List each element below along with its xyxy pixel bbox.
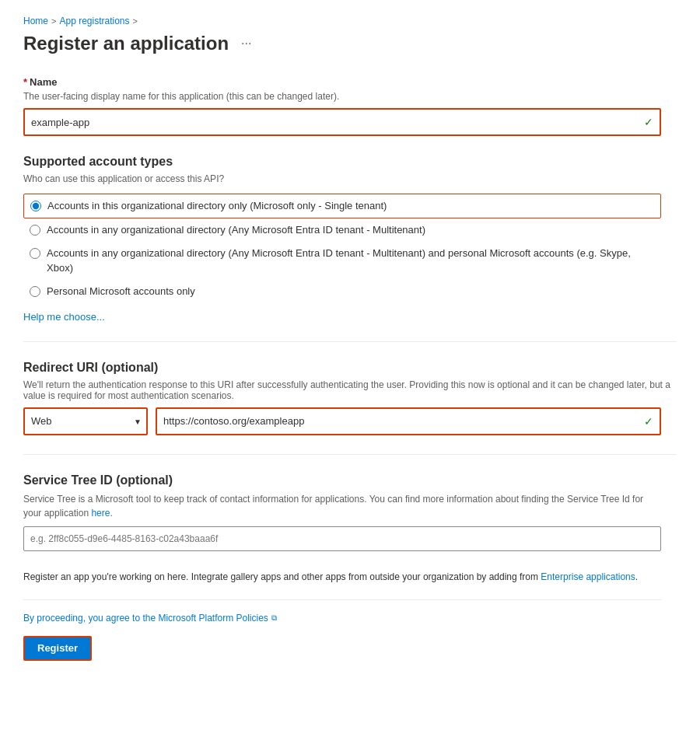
name-description: The user-facing display name for this ap… (23, 91, 677, 102)
uri-input-wrapper: ✓ (156, 407, 661, 435)
account-type-option-4[interactable]: Personal Microsoft accounts only (23, 280, 661, 303)
divider-1 (23, 341, 677, 342)
enterprise-applications-link[interactable]: Enterprise applications (541, 571, 635, 582)
redirect-uri-section: Redirect URI (optional) We'll return the… (23, 361, 677, 435)
account-type-label-1: Accounts in this organizational director… (47, 199, 387, 213)
account-type-option-3[interactable]: Accounts in any organizational directory… (23, 242, 661, 279)
redirect-uri-input[interactable] (157, 409, 644, 434)
service-tree-desc-text1: Service Tree is a Microsoft tool to keep… (23, 494, 643, 519)
policy-link[interactable]: By proceeding, you agree to the Microsof… (23, 613, 677, 624)
service-tree-title: Service Tree ID (optional) (23, 473, 677, 487)
account-type-label-3: Accounts in any organizational directory… (47, 246, 655, 274)
page-title: Register an application (23, 33, 229, 54)
platform-select-wrapper: Web SPA Public client/native ▼ (23, 407, 148, 435)
account-types-section: Supported account types Who can use this… (23, 155, 677, 323)
name-input[interactable] (25, 110, 644, 134)
bottom-note-text1: Register an app you're working on here. … (23, 571, 538, 582)
breadcrumb-app-registrations[interactable]: App registrations (59, 16, 129, 26)
account-type-option-2[interactable]: Accounts in any organizational directory… (23, 218, 661, 242)
footer-divider (23, 599, 661, 600)
bottom-note: Register an app you're working on here. … (23, 570, 661, 584)
divider-2 (23, 454, 677, 455)
service-tree-input[interactable] (23, 526, 661, 551)
account-types-subtitle: Who can use this application or access t… (23, 173, 677, 184)
account-type-option-1[interactable]: Accounts in this organizational director… (23, 194, 661, 218)
page-title-row: Register an application ··· (23, 33, 677, 54)
name-check-icon: ✓ (644, 116, 660, 128)
breadcrumb-sep1: > (51, 16, 56, 26)
account-types-radio-group: Accounts in this organizational director… (23, 194, 677, 303)
redirect-uri-row: Web SPA Public client/native ▼ ✓ (23, 407, 661, 435)
name-input-wrapper: ✓ (23, 108, 661, 136)
required-star: * (23, 76, 27, 88)
breadcrumb: Home > App registrations > (23, 16, 677, 26)
account-type-radio-2[interactable] (30, 225, 40, 236)
breadcrumb-home[interactable]: Home (23, 16, 48, 26)
account-type-label-2: Accounts in any organizational directory… (47, 223, 425, 237)
account-type-radio-3[interactable] (30, 248, 40, 259)
register-button[interactable]: Register (23, 636, 92, 661)
name-label: *Name (23, 76, 677, 88)
ellipsis-menu-button[interactable]: ··· (236, 35, 256, 52)
account-type-radio-1[interactable] (30, 201, 41, 211)
name-section: *Name The user-facing display name for t… (23, 76, 677, 136)
uri-check-icon: ✓ (644, 415, 660, 428)
external-link-icon: ⧉ (271, 613, 277, 623)
service-tree-here-link[interactable]: here (91, 508, 110, 519)
breadcrumb-sep2: > (133, 16, 138, 26)
help-me-choose-link[interactable]: Help me choose... (23, 311, 105, 323)
service-tree-desc-text2: . (110, 508, 112, 519)
account-type-label-4: Personal Microsoft accounts only (47, 285, 195, 299)
policy-link-text: By proceeding, you agree to the Microsof… (23, 613, 268, 624)
account-types-title: Supported account types (23, 155, 677, 169)
bottom-note-text2: . (635, 571, 638, 582)
service-tree-description: Service Tree is a Microsoft tool to keep… (23, 492, 661, 520)
redirect-uri-description: We'll return the authentication response… (23, 379, 677, 401)
account-type-radio-4[interactable] (30, 286, 40, 297)
service-tree-section: Service Tree ID (optional) Service Tree … (23, 473, 677, 551)
platform-select[interactable]: Web SPA Public client/native (25, 409, 146, 434)
redirect-uri-title: Redirect URI (optional) (23, 361, 677, 375)
